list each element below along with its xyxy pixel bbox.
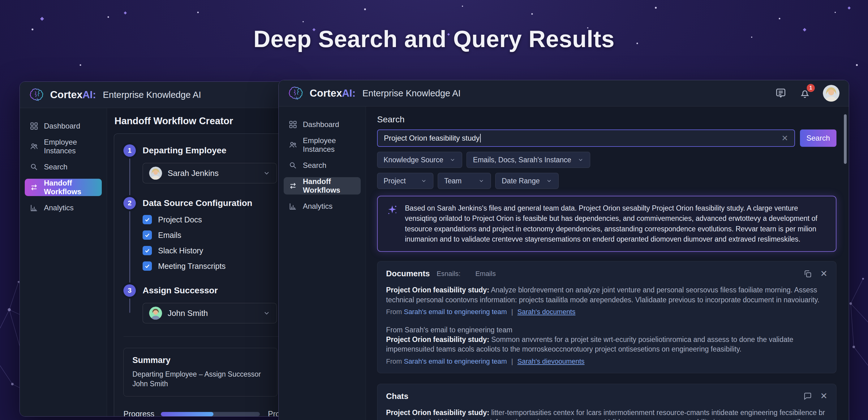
filter-sources-selected[interactable]: Emails, Docs, Sarah's Instance [466, 152, 590, 168]
checkbox-checked-icon [143, 261, 152, 271]
source-link-documents[interactable]: Sarah's documents [518, 308, 576, 316]
chevron-down-icon [546, 178, 552, 184]
checkbox-checked-icon [143, 230, 152, 240]
departing-employee-dropdown[interactable]: Sarah Jenkins [143, 163, 277, 184]
selected-person-name: Sarah Jenkins [168, 168, 257, 178]
chevron-down-icon [263, 309, 270, 317]
chevron-down-icon [450, 157, 456, 163]
brand-name: CortexAI: [310, 87, 356, 99]
chat-bubble-icon[interactable] [803, 392, 812, 401]
sidebar-item-analytics[interactable]: Analytics [284, 198, 361, 215]
summary-title: Summary [132, 356, 269, 365]
transcript-note-icon[interactable] [775, 87, 787, 100]
from-prefix: From [386, 308, 402, 316]
close-icon[interactable]: ✕ [820, 270, 828, 278]
checkbox-label: Emails [158, 231, 181, 240]
sidebar-item-label: Dashboard [303, 120, 339, 129]
progress-bar [161, 412, 260, 416]
sparkle-icon [386, 204, 398, 216]
handoff-arrows-icon [30, 183, 38, 192]
handoff-arrows-icon [289, 181, 297, 190]
sidebar-item-dashboard[interactable]: Dashboard [25, 117, 102, 135]
right-sidebar: Dashboard Employee Instances Search Hand… [279, 107, 366, 420]
search-button[interactable]: Search [800, 130, 836, 147]
source-link-documents[interactable]: Sarah's dievoouments [518, 358, 585, 365]
vertical-scrollbar[interactable] [844, 114, 847, 164]
link-separator: | [512, 308, 513, 316]
sidebar-item-dashboard[interactable]: Dashboard [284, 116, 361, 133]
step-3-label: Assign Successor [143, 286, 218, 296]
result-source-links: From Sarah's email to engineering team |… [386, 358, 828, 365]
sidebar-item-employee-instances[interactable]: Employee Instances [284, 136, 361, 153]
chevron-down-icon [578, 157, 584, 163]
step-1-label: Departing Employee [143, 146, 226, 156]
sidebar-item-label: Handoff Workflows [44, 179, 97, 196]
source-link-email[interactable]: Sarah's email to engineering team [404, 358, 507, 365]
chat-result: Project Orion feasibility study: litter-… [386, 408, 828, 420]
data-source-checkbox-list: Project Docs Emails Slack History [143, 215, 284, 271]
close-icon[interactable]: ✕ [820, 392, 828, 400]
search-panel: Search Project Orion feasibility study ✕… [366, 107, 849, 420]
sidebar-item-handoff-workflows[interactable]: Handoff Workflows [284, 177, 361, 195]
filter-date-range[interactable]: Date Range [495, 173, 559, 189]
users-icon [30, 142, 38, 151]
checkbox-meeting-transcripts[interactable]: Meeting Transcripts [143, 261, 284, 271]
filter-knowledge-source[interactable]: Knowledge Source [377, 152, 462, 168]
search-icon [30, 163, 38, 171]
checkbox-slack-history[interactable]: Slack History [143, 246, 284, 255]
step-2-label: Data Source Configuration [143, 198, 252, 208]
progress-row: Progress Prog [123, 410, 284, 417]
sidebar-item-search[interactable]: Search [25, 158, 102, 176]
result-title: Project Orion feasibility study: [386, 409, 489, 417]
sidebar-item-search[interactable]: Search [284, 157, 361, 174]
chevron-down-icon [263, 169, 270, 177]
search-heading: Search [377, 115, 836, 124]
documents-card: Documents Esnails: Emails ✕ Project Orio… [377, 261, 836, 373]
notification-bell[interactable]: 1 [799, 87, 811, 100]
document-result: From Sarah's email to engineering team P… [386, 325, 828, 365]
search-input[interactable]: Project Orion feasibility study ✕ [377, 130, 795, 147]
summary-line-2: John Smith [132, 379, 269, 389]
dashboard-grid-icon [289, 120, 297, 129]
sidebar-item-handoff-workflows[interactable]: Handoff Workflows [25, 179, 102, 196]
result-title: Project Orion feasibility study: [386, 335, 489, 343]
avatar-sarah-jenkins [149, 167, 162, 180]
sidebar-item-analytics[interactable]: Analytics [25, 199, 102, 217]
left-window-header: CortexAI: Enterprise Knowledge AI [20, 82, 283, 108]
source-link-email[interactable]: Sarah's email to engineering team [404, 308, 507, 316]
checkbox-emails[interactable]: Emails [143, 230, 284, 240]
chevron-down-icon [421, 178, 427, 184]
search-icon [289, 161, 297, 170]
brand-logo-left: CortexAI: Enterprise Knowledge AI [29, 87, 201, 103]
brain-logo-icon [288, 85, 305, 102]
step-3-badge: 3 [123, 284, 136, 297]
progress-label: Progress [123, 410, 156, 417]
brand-subtitle: Enterprise Knowledge AI [363, 88, 461, 99]
left-sidebar: Dashboard Employee Instances Search Hand… [20, 108, 107, 416]
clear-search-icon[interactable]: ✕ [781, 134, 788, 142]
copy-icon[interactable] [803, 269, 812, 278]
link-separator: | [512, 358, 513, 365]
brain-logo-icon [29, 87, 45, 103]
filter-label: Project [383, 177, 406, 185]
filter-project[interactable]: Project [377, 173, 433, 189]
result-title: Project Orion feasibility study: [386, 286, 489, 294]
user-avatar[interactable] [823, 85, 840, 102]
text-cursor [480, 134, 481, 142]
checkbox-checked-icon [143, 215, 152, 224]
selected-person-name: John Smith [168, 308, 257, 318]
checkbox-project-docs[interactable]: Project Docs [143, 215, 284, 224]
documents-card-subtitle: Esnails: [437, 270, 461, 278]
users-icon [289, 141, 297, 149]
ai-summary-box: Based on Sarah Jenkins's files and gener… [377, 196, 836, 252]
assign-successor-dropdown[interactable]: John Smith [143, 303, 277, 324]
filter-team[interactable]: Team [438, 173, 491, 189]
sidebar-item-employee-instances[interactable]: Employee Instances [25, 138, 102, 155]
chevron-down-icon [478, 178, 485, 184]
analytics-bar-chart-icon [30, 203, 38, 212]
brand-logo-right: CortexAI: Enterprise Knowledge AI [288, 85, 461, 102]
right-window-header: CortexAI: Enterprise Knowledge AI 1 [279, 80, 849, 107]
sidebar-item-label: Employee Instances [303, 136, 356, 153]
documents-card-subtitle-2: Emails [475, 270, 496, 278]
filter-label: Date Range [502, 177, 540, 185]
